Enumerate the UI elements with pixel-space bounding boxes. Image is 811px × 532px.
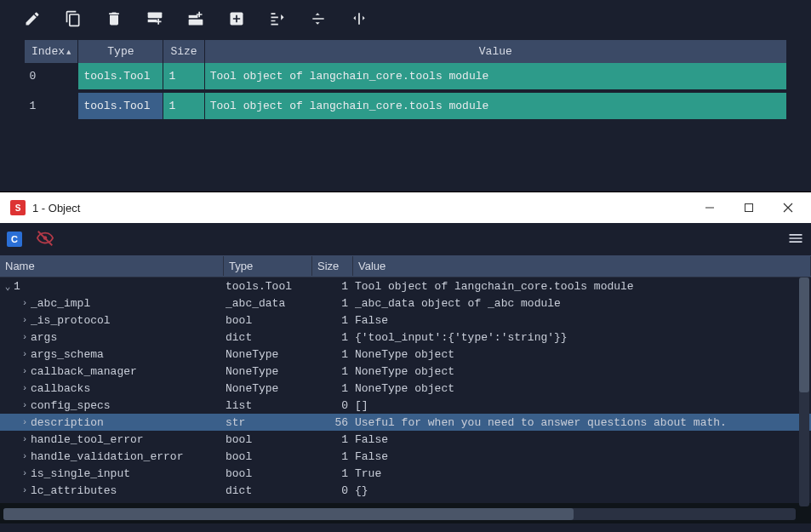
collapse-icon[interactable]	[269, 10, 286, 27]
table-row[interactable]: 1tools.Tool1Tool object of langchain_cor…	[25, 91, 787, 121]
col-header-type[interactable]: Type	[224, 256, 312, 276]
cell-index: 0	[25, 63, 78, 91]
col-header-type[interactable]: Type	[78, 40, 163, 64]
cell-type: bool	[224, 433, 312, 446]
col-header-index[interactable]: Index▲	[25, 40, 78, 64]
vertical-scrollbar[interactable]	[799, 277, 809, 506]
col-header-name[interactable]: Name	[0, 256, 224, 276]
horizontal-scrollbar[interactable]	[3, 508, 796, 520]
expand-icon[interactable]: ›	[19, 485, 31, 495]
cell-type: bool	[224, 467, 312, 480]
hline-icon[interactable]	[310, 10, 327, 27]
expand-icon[interactable]: ›	[19, 400, 31, 410]
cell-type: NoneType	[224, 348, 312, 361]
minimize-button[interactable]	[690, 192, 729, 223]
toggle-visibility-icon[interactable]	[36, 229, 54, 250]
cell-value: Useful for when you need to answer quest…	[353, 416, 811, 429]
menu-icon[interactable]	[787, 230, 804, 249]
cell-value: {'tool_input':{'type':'string'}}	[353, 331, 811, 344]
scroll-thumb[interactable]	[3, 508, 574, 520]
svg-rect-5	[705, 208, 714, 209]
cell-size: 1	[312, 365, 353, 378]
tree-row[interactable]: ›_abc_impl_abc_data1_abc_data object of …	[0, 295, 811, 312]
col-header-size[interactable]: Size	[163, 40, 204, 64]
col-header-size[interactable]: Size	[312, 256, 353, 276]
expand-icon[interactable]: ›	[19, 298, 31, 308]
cell-name: ›lc_attributes	[0, 484, 224, 497]
tree-row[interactable]: ›_is_protocolbool1False	[0, 312, 811, 329]
cell-size: 1	[312, 348, 353, 361]
cell-value: False	[353, 450, 811, 463]
inspector-tree[interactable]: ⌄1tools.Tool1Tool object of langchain_co…	[0, 277, 811, 503]
col-header-value[interactable]: Value	[204, 40, 786, 64]
expand-icon[interactable]: ›	[19, 451, 31, 461]
inspector-header: Name Type Size Value	[0, 255, 811, 277]
cell-type: tools.Tool	[224, 280, 312, 293]
expand-icon[interactable]: ›	[19, 383, 31, 393]
cell-value: NoneType object	[353, 348, 811, 361]
titlebar[interactable]: S 1 - Object	[0, 192, 811, 223]
expand-icon[interactable]: ›	[19, 315, 31, 325]
expand-icon[interactable]: ›	[19, 349, 31, 359]
expand-icon[interactable]: ›	[19, 434, 31, 444]
tree-row[interactable]: ›lc_attributesdict0{}	[0, 482, 811, 499]
tree-row[interactable]: ⌄1tools.Tool1Tool object of langchain_co…	[0, 277, 811, 295]
sort-asc-icon: ▲	[66, 49, 71, 57]
copy-icon[interactable]	[65, 10, 82, 27]
cell-name: ⌄1	[0, 280, 224, 293]
cell-size: 56	[312, 416, 353, 429]
cell-name: ›callback_manager	[0, 365, 224, 378]
expand-icon[interactable]: ›	[19, 366, 31, 376]
cell-name: ›_is_protocol	[0, 314, 224, 327]
table-row[interactable]: 0tools.Tool1Tool object of langchain_cor…	[25, 63, 787, 91]
cell-size: 1	[312, 314, 353, 327]
cell-name: ›handle_tool_error	[0, 433, 224, 446]
cell-size: 1	[312, 280, 353, 293]
object-class-icon[interactable]: C	[7, 232, 22, 247]
cell-type: dict	[224, 484, 312, 497]
cell-name: ›config_specs	[0, 399, 224, 412]
cell-size: 0	[312, 399, 353, 412]
app-icon: S	[10, 200, 26, 215]
close-button[interactable]	[768, 192, 808, 223]
expand-icon[interactable]: ⌄	[2, 281, 14, 292]
maximize-button[interactable]	[729, 192, 768, 223]
tree-row[interactable]: ›descriptionstr56Useful for when you nee…	[0, 414, 811, 431]
object-inspector-window: S 1 - Object C Name Type Size Value ⌄1to…	[0, 192, 811, 523]
insert-row-above-icon[interactable]	[146, 10, 163, 27]
delete-icon[interactable]	[106, 10, 123, 27]
cell-type: str	[224, 416, 312, 429]
cell-value: {}	[353, 484, 811, 497]
tree-row[interactable]: ›callback_managerNoneType1NoneType objec…	[0, 363, 811, 380]
tree-row[interactable]: ›is_single_inputbool1True	[0, 465, 811, 482]
edit-icon[interactable]	[24, 10, 41, 27]
cell-name: ›args	[0, 331, 224, 344]
tree-row[interactable]: ›config_specslist0[]	[0, 397, 811, 414]
scroll-thumb[interactable]	[799, 277, 809, 392]
expand-icon[interactable]: ›	[19, 332, 31, 342]
tree-row[interactable]: ›handle_tool_errorbool1False	[0, 431, 811, 448]
tree-row[interactable]: ›argsdict1{'tool_input':{'type':'string'…	[0, 329, 811, 346]
expand-icon[interactable]: ›	[19, 417, 31, 427]
tree-row[interactable]: ›callbacksNoneType1NoneType object	[0, 380, 811, 397]
variable-table[interactable]: Index▲ Type Size Value 0tools.Tool1Tool …	[24, 39, 787, 123]
cell-value: []	[353, 399, 811, 412]
insert-row-below-icon[interactable]	[187, 10, 204, 27]
col-header-value[interactable]: Value	[353, 256, 811, 276]
cell-type: tools.Tool	[78, 63, 163, 91]
cell-index: 1	[25, 91, 78, 121]
tree-row[interactable]: ›handle_validation_errorbool1False	[0, 448, 811, 465]
tree-row[interactable]: ›args_schemaNoneType1NoneType object	[0, 346, 811, 363]
cell-value: NoneType object	[353, 382, 811, 395]
cell-type: bool	[224, 450, 312, 463]
cell-value: Tool object of langchain_core.tools modu…	[204, 63, 786, 91]
svg-rect-6	[745, 204, 753, 212]
add-icon[interactable]	[228, 10, 245, 27]
cell-size: 1	[312, 331, 353, 344]
cell-name: ›_abc_impl	[0, 297, 224, 310]
cell-size: 1	[312, 433, 353, 446]
cell-value: NoneType object	[353, 365, 811, 378]
vline-icon[interactable]	[351, 10, 368, 27]
cell-value: _abc_data object of _abc module	[353, 297, 811, 310]
expand-icon[interactable]: ›	[19, 468, 31, 478]
